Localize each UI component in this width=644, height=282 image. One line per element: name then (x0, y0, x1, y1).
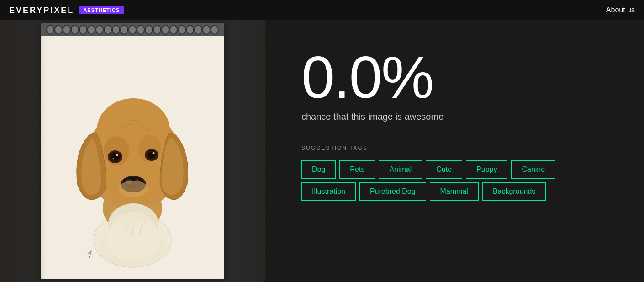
logo: EVERYPIXEL (9, 5, 74, 15)
tag-illustration[interactable]: Illustration (301, 182, 356, 201)
tag-backgrounds[interactable]: Backgrounds (482, 182, 546, 201)
tags-row-2: Illustration Purebred Dog Mammal Backgro… (301, 182, 607, 201)
tag-animal[interactable]: Animal (379, 160, 422, 179)
image-container (0, 20, 265, 282)
main-content: 0.0% chance that this image is awesome S… (0, 20, 644, 282)
svg-point-13 (113, 158, 114, 159)
tags-row-1: Dog Pets Animal Cute Puppy Canine (301, 160, 607, 179)
svg-point-17 (153, 152, 155, 154)
tag-cute[interactable]: Cute (426, 160, 462, 179)
svg-point-27 (89, 256, 90, 258)
tag-dog[interactable]: Dog (301, 160, 336, 179)
aesthetics-badge: AESTHETICS (79, 6, 124, 14)
dog-illustration (41, 36, 224, 279)
suggestion-label: SUGGESTION TAGS (301, 145, 607, 151)
header: EVERYPIXEL AESTHETICS About us (0, 0, 644, 20)
tags-container: Dog Pets Animal Cute Puppy Canine Illust… (301, 160, 607, 201)
about-us-link[interactable]: About us (606, 6, 635, 14)
tag-puppy[interactable]: Puppy (466, 160, 507, 179)
chance-text: chance that this image is awesome (301, 112, 607, 122)
spiral-binding (41, 23, 224, 36)
tag-canine[interactable]: Canine (511, 160, 555, 179)
tag-purebred-dog[interactable]: Purebred Dog (359, 182, 426, 201)
image-panel (0, 20, 265, 282)
content-panel: 0.0% chance that this image is awesome S… (265, 20, 644, 282)
tag-pets[interactable]: Pets (339, 160, 375, 179)
tag-mammal[interactable]: Mammal (430, 182, 479, 201)
blur-overlay-right (238, 20, 265, 282)
percentage-display: 0.0% (301, 48, 607, 107)
svg-point-12 (116, 154, 118, 156)
blur-overlay-left (0, 20, 46, 282)
sketch-notebook (41, 23, 224, 279)
